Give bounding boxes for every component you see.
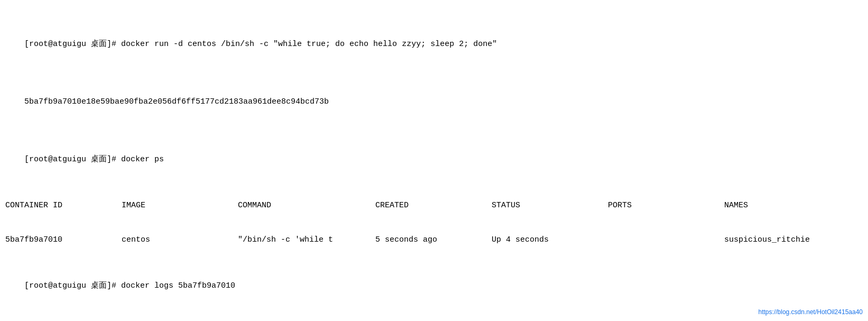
- docker-run-command: [root@atguigu 桌面]# docker run -d centos …: [24, 40, 497, 49]
- docker-ps-command: [root@atguigu 桌面]# docker ps: [24, 155, 164, 164]
- cell-command: "/bin/sh -c 'while t: [238, 234, 375, 246]
- cell-names: suspicious_ritchie: [724, 234, 863, 246]
- ps-table-header: CONTAINER ID IMAGE COMMAND CREATED STATU…: [5, 200, 863, 212]
- command-line-1: [root@atguigu 桌面]# docker run -d centos …: [5, 27, 863, 62]
- container-hash: 5ba7fb9a7010e18e59bae90fba2e056df6ff5177…: [5, 85, 863, 119]
- container-id-full: 5ba7fb9a7010e18e59bae90fba2e056df6ff5177…: [24, 97, 329, 106]
- header-names: NAMES: [724, 200, 863, 212]
- header-container-id: CONTAINER ID: [5, 200, 122, 212]
- watermark: https://blog.csdn.net/HotOil2415aa40: [759, 308, 863, 316]
- header-status: STATUS: [492, 200, 608, 212]
- header-created: CREATED: [375, 200, 492, 212]
- ps-table-row: 5ba7fb9a7010 centos "/bin/sh -c 'while t…: [5, 234, 863, 246]
- cell-status: Up 4 seconds: [492, 234, 608, 246]
- cell-container-id: 5ba7fb9a7010: [5, 234, 122, 246]
- cell-ports: [608, 234, 724, 246]
- docker-logs-command: [root@atguigu 桌面]# docker logs 5ba7fb9a7…: [24, 281, 235, 290]
- watermark-text: https://blog.csdn.net/HotOil2415aa40: [759, 308, 863, 316]
- header-ports: PORTS: [608, 200, 724, 212]
- cell-image: centos: [122, 234, 238, 246]
- cell-created: 5 seconds ago: [375, 234, 492, 246]
- command-line-2: [root@atguigu 桌面]# docker ps: [5, 142, 863, 177]
- command-line-3: [root@atguigu 桌面]# docker logs 5ba7fb9a7…: [5, 269, 863, 303]
- terminal-output: [root@atguigu 桌面]# docker run -d centos …: [5, 4, 863, 321]
- header-command: COMMAND: [238, 200, 375, 212]
- header-image: IMAGE: [122, 200, 238, 212]
